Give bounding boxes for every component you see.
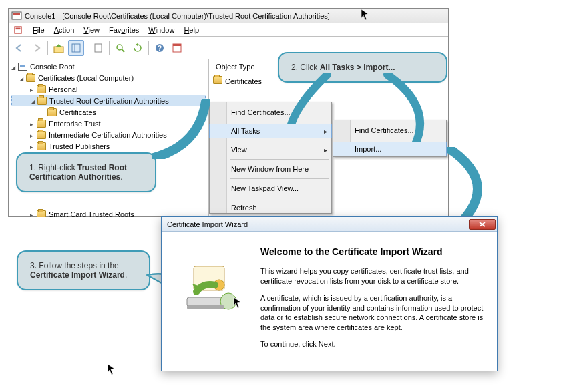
- menu-favorites[interactable]: Favorites: [109, 26, 139, 34]
- ctx-find[interactable]: Find Certificates...: [210, 105, 331, 120]
- tree-panel: Console Root Certificates (Local Compute…: [9, 59, 209, 217]
- svg-rect-4: [54, 47, 63, 53]
- close-button[interactable]: [469, 219, 496, 230]
- svg-rect-0: [12, 12, 21, 19]
- wizard-titlebar: Certificate Import Wizard: [162, 217, 497, 232]
- tree-view-button[interactable]: [68, 40, 84, 56]
- wizard-content: Welcome to the Certificate Import Wizard…: [260, 246, 485, 356]
- menu-view[interactable]: View: [83, 26, 100, 34]
- ctx-sub-import[interactable]: Import...: [333, 142, 447, 156]
- svg-rect-5: [72, 44, 80, 52]
- wizard-window: Certificate Import Wizard Welcome to the…: [161, 216, 498, 371]
- forward-button[interactable]: [29, 40, 45, 56]
- action-pane-button[interactable]: [169, 40, 185, 56]
- ctx-view[interactable]: View: [210, 142, 331, 157]
- svg-rect-7: [95, 44, 102, 52]
- svg-rect-1: [13, 13, 20, 15]
- tree-root[interactable]: Console Root: [11, 61, 206, 72]
- properties-button[interactable]: [90, 40, 106, 56]
- svg-rect-3: [16, 27, 21, 29]
- menu-file[interactable]: File: [33, 26, 45, 34]
- callout-1: 1. Right-click Trusted Root Certificatio…: [16, 152, 156, 192]
- svg-rect-18: [187, 305, 224, 309]
- help-button[interactable]: ?: [152, 40, 168, 56]
- context-submenu: Find Certificates... Import...: [333, 120, 447, 157]
- svg-rect-16: [187, 297, 224, 307]
- tree-certs-lc[interactable]: Certificates (Local Computer): [11, 72, 206, 83]
- refresh-button[interactable]: [130, 40, 146, 56]
- ctx-new-window[interactable]: New Window from Here: [210, 162, 331, 176]
- mmc-icon: [11, 11, 22, 21]
- window-title: Console1 - [Console Root\Certificates (L…: [25, 12, 330, 20]
- wizard-graphic: [178, 246, 244, 356]
- titlebar: Console1 - [Console Root\Certificates (L…: [9, 9, 448, 23]
- svg-line-9: [122, 49, 124, 52]
- wizard-p2: A certificate, which is issued by a cert…: [260, 293, 485, 333]
- tree-intermediate-ca[interactable]: Intermediate Certification Authorities: [11, 129, 206, 140]
- ctx-all-tasks[interactable]: All Tasks: [209, 124, 332, 138]
- wizard-p3: To continue, click Next.: [260, 339, 485, 349]
- tree-trusted-pub[interactable]: Trusted Publishers: [11, 140, 206, 152]
- svg-point-8: [117, 45, 122, 50]
- callout-3: 3. Follow the steps in the Certificate I…: [17, 250, 150, 290]
- ctx-refresh[interactable]: Refresh: [210, 200, 331, 215]
- tree-trusted-root-ca[interactable]: Trusted Root Certification Authorities: [11, 95, 206, 106]
- svg-rect-13: [173, 44, 181, 46]
- tree-enterprise-trust[interactable]: Enterprise Trust: [11, 118, 206, 129]
- up-button[interactable]: [51, 40, 67, 56]
- context-menu: Find Certificates... All Tasks View New …: [209, 102, 332, 214]
- svg-rect-2: [15, 26, 22, 33]
- menu-help[interactable]: Help: [184, 26, 199, 34]
- wizard-p1: This wizard helps you copy certificates,…: [260, 266, 485, 286]
- menu-action[interactable]: Action: [54, 26, 75, 34]
- tree-certificates[interactable]: Certificates: [11, 106, 206, 118]
- svg-text:?: ?: [158, 45, 162, 52]
- back-button[interactable]: [11, 40, 27, 56]
- cursor-icon: [107, 363, 116, 377]
- doc-icon: [13, 25, 23, 35]
- menu-window[interactable]: Window: [148, 26, 174, 34]
- tree-personal[interactable]: Personal: [11, 83, 206, 95]
- find-button[interactable]: [112, 40, 128, 56]
- menubar: File Action View Favorites Window Help: [9, 23, 448, 37]
- callout-2: 2. Click All Tasks > Import...: [278, 52, 447, 83]
- ctx-taskpad[interactable]: New Taskpad View...: [210, 181, 331, 196]
- wizard-title-text: Certificate Import Wizard: [167, 220, 248, 228]
- ctx-sub-find[interactable]: Find Certificates...: [333, 123, 446, 138]
- wizard-heading: Welcome to the Certificate Import Wizard: [260, 246, 485, 257]
